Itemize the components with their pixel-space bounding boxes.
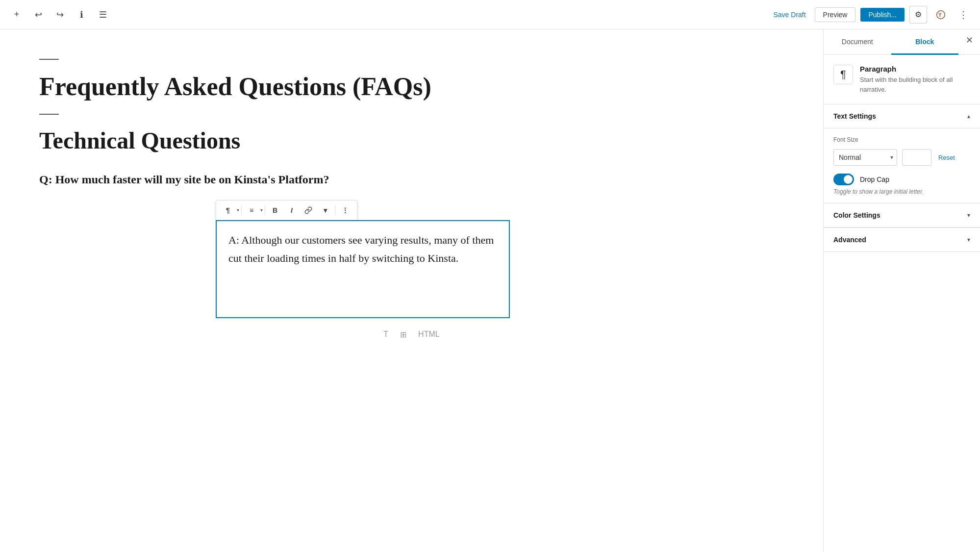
question-block[interactable]: Q: How much faster will my site be on Ki… bbox=[39, 171, 784, 188]
block-container: ¶ ▾ ≡ ▾ B I ▾ bbox=[216, 200, 510, 318]
paragraph-caret: ▾ bbox=[237, 207, 239, 213]
color-settings-section: Color Settings ▾ bbox=[824, 203, 980, 228]
font-size-row: Small Normal Medium Large Extra Large Re… bbox=[833, 149, 970, 166]
add-block-button[interactable]: + bbox=[8, 6, 25, 24]
separator-1 bbox=[39, 59, 59, 60]
drop-cap-row: Drop Cap bbox=[833, 174, 970, 185]
toggle-slider bbox=[833, 174, 854, 185]
bold-btn[interactable]: B bbox=[267, 202, 283, 218]
drop-cap-label: Drop Cap bbox=[860, 176, 889, 183]
separator-2 bbox=[39, 114, 59, 115]
block-info-text: Paragraph Start with the building block … bbox=[860, 65, 970, 94]
redo-button[interactable]: ↪ bbox=[51, 6, 69, 24]
advanced-header[interactable]: Advanced ▾ bbox=[824, 228, 980, 252]
more-block-options-btn[interactable]: ⋮ bbox=[337, 202, 353, 218]
toolbar-divider-2 bbox=[265, 205, 265, 215]
advanced-title: Advanced bbox=[833, 236, 866, 244]
answer-block[interactable]: A: Although our customers see varying re… bbox=[216, 220, 510, 318]
drop-cap-description: Toggle to show a large initial letter. bbox=[833, 188, 970, 195]
block-info: ¶ Paragraph Start with the building bloc… bbox=[824, 55, 980, 104]
text-settings-title: Text Settings bbox=[833, 112, 876, 120]
paragraph-type-dropdown[interactable]: ¶ ▾ bbox=[220, 202, 239, 218]
advanced-section: Advanced ▾ bbox=[824, 228, 980, 252]
align-caret: ▾ bbox=[260, 207, 263, 213]
sidebar-close-button[interactable]: ✕ bbox=[958, 29, 980, 51]
advanced-chevron: ▾ bbox=[967, 236, 970, 243]
insert-table-btn[interactable]: ⊞ bbox=[400, 330, 406, 339]
color-settings-chevron: ▾ bbox=[967, 212, 970, 219]
editor-area[interactable]: Frequently Asked Questions (FAQs) Techni… bbox=[0, 29, 823, 552]
section-title: Technical Questions bbox=[39, 126, 784, 155]
block-name: Paragraph bbox=[860, 65, 970, 73]
font-size-label: Font Size bbox=[833, 136, 970, 143]
undo-button[interactable]: ↩ bbox=[29, 6, 47, 24]
main-layout: Frequently Asked Questions (FAQs) Techni… bbox=[0, 29, 980, 552]
block-type-icon: ¶ bbox=[833, 65, 853, 84]
font-size-reset-button[interactable]: Reset bbox=[936, 154, 957, 161]
tab-document[interactable]: Document bbox=[824, 30, 891, 55]
toolbar-divider-3 bbox=[335, 205, 335, 215]
block-insert-row: T ⊞ HTML bbox=[39, 330, 784, 339]
settings-button[interactable]: ⚙ bbox=[909, 6, 927, 24]
text-settings-chevron: ▴ bbox=[967, 113, 970, 120]
font-size-select[interactable]: Small Normal Medium Large Extra Large bbox=[833, 149, 897, 166]
align-btn[interactable]: ≡ bbox=[244, 202, 259, 218]
block-toolbar: ¶ ▾ ≡ ▾ B I ▾ bbox=[216, 200, 357, 221]
top-bar-left: + ↩ ↪ ℹ ☰ bbox=[8, 6, 112, 24]
text-settings-header[interactable]: Text Settings ▴ bbox=[824, 104, 980, 128]
publish-button[interactable]: Publish... bbox=[860, 8, 905, 22]
sidebar: Document Block ✕ ¶ Paragraph Start with … bbox=[823, 29, 980, 552]
drop-cap-toggle[interactable] bbox=[833, 174, 854, 185]
page-title: Frequently Asked Questions (FAQs) bbox=[39, 72, 784, 102]
font-size-select-wrapper: Small Normal Medium Large Extra Large bbox=[833, 149, 897, 166]
svg-text:Y: Y bbox=[938, 12, 942, 18]
paragraph-icon-btn[interactable]: ¶ bbox=[220, 202, 236, 218]
align-dropdown[interactable]: ≡ ▾ bbox=[244, 202, 263, 218]
more-formats-dropdown[interactable]: ▾ bbox=[317, 202, 333, 218]
yoast-button[interactable]: Y bbox=[932, 6, 950, 24]
info-button[interactable]: ℹ bbox=[73, 6, 90, 24]
tab-block[interactable]: Block bbox=[891, 30, 959, 55]
list-view-button[interactable]: ☰ bbox=[94, 6, 112, 24]
top-bar: + ↩ ↪ ℹ ☰ Save Draft Preview Publish... … bbox=[0, 0, 980, 29]
insert-html-btn[interactable]: HTML bbox=[418, 330, 440, 339]
more-formats-btn[interactable]: ▾ bbox=[317, 202, 333, 218]
color-settings-title: Color Settings bbox=[833, 211, 880, 219]
link-btn[interactable] bbox=[301, 202, 316, 218]
color-settings-header[interactable]: Color Settings ▾ bbox=[824, 203, 980, 227]
save-draft-button[interactable]: Save Draft bbox=[769, 8, 809, 22]
more-options-button[interactable]: ⋮ bbox=[955, 6, 972, 24]
italic-btn[interactable]: I bbox=[284, 202, 300, 218]
text-settings-panel: Font Size Small Normal Medium Large Extr… bbox=[824, 128, 980, 203]
font-size-input[interactable] bbox=[902, 149, 931, 166]
preview-button[interactable]: Preview bbox=[815, 7, 856, 22]
toolbar-divider-1 bbox=[241, 205, 242, 215]
top-bar-right: Save Draft Preview Publish... ⚙ Y ⋮ bbox=[769, 6, 972, 24]
insert-text-btn[interactable]: T bbox=[383, 330, 388, 339]
block-description: Start with the building block of all nar… bbox=[860, 75, 970, 94]
sidebar-tabs: Document Block ✕ bbox=[824, 29, 980, 55]
